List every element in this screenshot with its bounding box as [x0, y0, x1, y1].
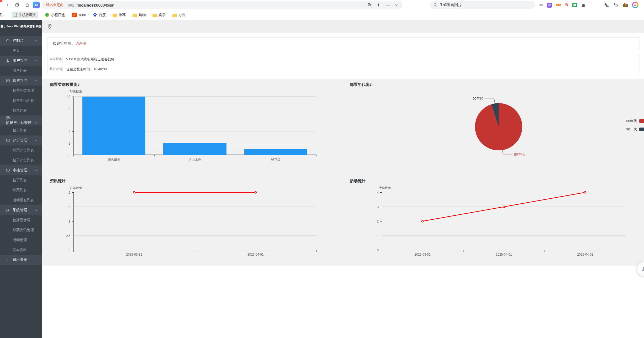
sidebar-item-21[interactable]: 基本资料	[0, 245, 42, 255]
bookmark-baidu[interactable]: 百度	[93, 13, 106, 17]
ai-app-icon[interactable]: AI	[33, 2, 40, 8]
more-options-icon[interactable]: ···	[386, 3, 390, 7]
bar-2[interactable]	[244, 149, 308, 155]
sidebar-item-label: 系统管理	[13, 208, 27, 213]
bookmark-folder-entertainment[interactable]: 娱乐	[152, 13, 166, 17]
plot-area: 012342025-03-312025-04-012025-04-02	[382, 192, 626, 250]
sidebar-item-label: 邮票列表	[13, 188, 27, 193]
gear-icon	[6, 208, 10, 212]
caret-down-icon: ▾	[3, 14, 5, 17]
game-controller-icon[interactable]	[556, 3, 561, 7]
translate-icon[interactable]: 译	[547, 3, 552, 8]
url-text[interactable]: http://localhost:8080/login	[68, 3, 114, 7]
notebook-icon[interactable]	[572, 3, 577, 7]
sidebar: 基于Java Web的邮票赏析系统 控制台主页用户管理用户列表邮票管理邮票分类管…	[0, 20, 42, 338]
sidebar-item-1[interactable]: 主页	[0, 46, 42, 56]
folder-icon	[113, 13, 117, 17]
miniprogram-icon	[45, 13, 49, 17]
row-label: 北京时间	[47, 64, 62, 74]
sidebar-item-6[interactable]: 邮票年代列表	[0, 96, 42, 105]
legend-item-0[interactable]: 80年代	[626, 119, 644, 123]
chevron-down-icon	[35, 139, 38, 141]
sidebar-item-12[interactable]: 帖子评价列表	[0, 155, 42, 165]
sidebar-item-16[interactable]: 活动报名列表	[0, 195, 42, 205]
y-axis-line	[73, 97, 74, 155]
briefcase-icon[interactable]	[622, 3, 628, 8]
sidebar-item-14[interactable]: 帖子列表	[0, 175, 42, 185]
sidebar-item-label: 基本资料	[13, 248, 27, 252]
bar-1[interactable]	[163, 143, 226, 155]
sidebar-item-0[interactable]: 控制台	[0, 36, 42, 46]
bookmark-folder-recommend[interactable]: 推荐	[113, 13, 126, 17]
logout-icon	[6, 258, 10, 262]
bookmark-folder-office[interactable]: 办公	[172, 13, 186, 17]
sidebar-item-19[interactable]: 邮票资讯管理	[0, 225, 42, 235]
flash-icon[interactable]	[377, 3, 381, 7]
data-point-2[interactable]	[584, 192, 586, 193]
sidebar-item-10[interactable]: 评价管理	[0, 135, 42, 145]
chart-news-stats: 资讯统计 资讯数量 00.511.522025-03-312025-04-01	[45, 173, 333, 265]
1688-icon: e	[72, 13, 77, 17]
bookmark-folder-clipped[interactable]: 藏 ▾	[0, 13, 5, 17]
admin-name[interactable]: 逍遥游	[75, 41, 86, 46]
cube-icon	[6, 78, 10, 83]
bookmark-label: 办公	[178, 13, 186, 17]
browser-search[interactable]: 生鲜果蔬图片	[430, 1, 535, 9]
sidebar-item-7[interactable]: 邮票列表	[0, 105, 42, 115]
row-label: 当前版本	[47, 54, 62, 64]
sidebar-item-22[interactable]: 退出登录	[0, 255, 42, 265]
x-axis-label: 2025-04-02	[545, 253, 626, 256]
scissors-icon[interactable]: ✂	[539, 3, 543, 7]
chevron-down-icon[interactable]	[395, 3, 399, 7]
data-point-1[interactable]	[503, 206, 505, 208]
forward-button[interactable]	[2, 1, 11, 9]
data-point-0[interactable]	[422, 220, 424, 222]
cube-icon	[6, 116, 10, 120]
sidebar-item-label: 用户管理	[13, 58, 27, 63]
reload-button[interactable]	[12, 1, 21, 9]
download-icon[interactable]	[603, 2, 609, 8]
data-point-0[interactable]	[133, 192, 135, 193]
bookmark-folder-shopping[interactable]: 购物	[133, 13, 146, 17]
legend-item-1[interactable]: 90年代	[626, 127, 644, 132]
sidebar-item-3[interactable]: 用户列表	[0, 66, 42, 76]
data-point-1[interactable]	[255, 192, 256, 193]
folder-icon	[133, 13, 137, 17]
sidebar-item-9[interactable]: 帖子列表	[0, 125, 42, 135]
x-axis-label: 纪念日类	[73, 157, 154, 162]
sidebar-item-5[interactable]: 邮票分类管理	[0, 86, 42, 96]
sidebar-item-label: 活动管理	[13, 238, 27, 242]
home-button[interactable]	[23, 1, 31, 9]
y-axis-name: 资讯数量	[70, 186, 82, 190]
sidebar-item-17[interactable]: 系统管理	[0, 205, 42, 215]
bookmark-miniprogram[interactable]: 小程序盒	[45, 13, 65, 17]
puzzle-icon[interactable]	[581, 3, 586, 8]
sidebar-item-13[interactable]: 审核管理	[0, 165, 42, 175]
location-pin-icon[interactable]	[47, 24, 52, 29]
chevron-down-icon	[35, 40, 38, 42]
sidebar-item-18[interactable]: 轮播图管理	[0, 215, 42, 225]
bookmark-label: 百度	[99, 13, 106, 17]
sidebar-item-label: 评价管理	[13, 138, 27, 143]
sidebar-item-label: 邮票列表	[13, 108, 27, 113]
search-query[interactable]: 生鲜果蔬图片	[440, 3, 462, 7]
undo-icon[interactable]	[613, 2, 618, 8]
bar-0[interactable]	[82, 97, 146, 155]
bookmark-1688[interactable]: e 1688	[72, 13, 86, 17]
plot-area: 0246810纪念日类名山水类鲜花类	[73, 97, 316, 155]
url-bar[interactable]: 域名重定向 http://localhost:8080/login ···	[42, 1, 402, 9]
sidebar-item-15[interactable]: 邮票列表	[0, 185, 42, 195]
sidebar-item-11[interactable]: 邮票评价列表	[0, 145, 42, 155]
bookmark-phone-favorites[interactable]: 手机收藏夹	[12, 12, 39, 18]
bookmark-label: 娱乐	[159, 13, 166, 17]
zoom-out-icon[interactable]	[367, 3, 372, 7]
bookmark-label: 购物	[139, 13, 146, 17]
sidebar-item-2[interactable]: 用户管理	[0, 56, 42, 66]
n-extension-icon[interactable]: N	[565, 3, 568, 7]
ai-circle-icon[interactable]: AI	[632, 2, 638, 8]
sidebar-item-8[interactable]: 信息与互动管理	[0, 115, 42, 125]
sidebar-item-label: 主页	[13, 48, 20, 53]
x-axis-tick	[316, 155, 316, 156]
sidebar-item-20[interactable]: 活动管理	[0, 235, 42, 245]
sidebar-item-4[interactable]: 邮票管理	[0, 76, 42, 86]
